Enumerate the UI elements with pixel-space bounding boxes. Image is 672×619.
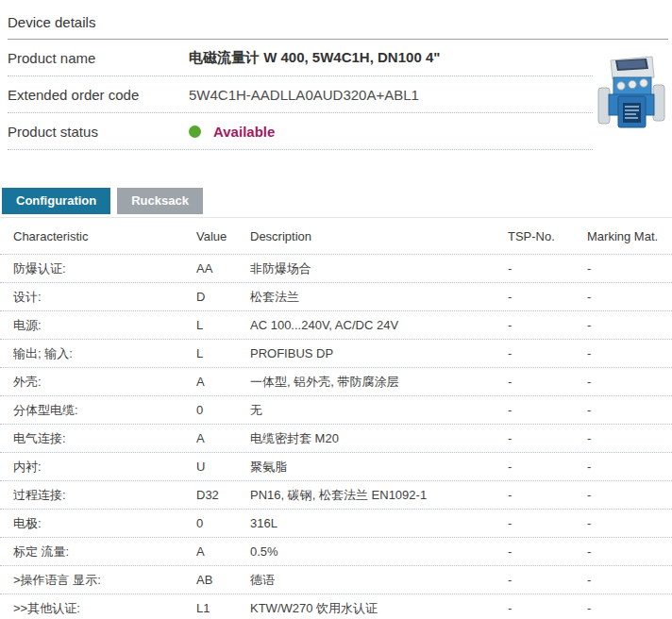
extended-order-code-value: 5W4C1H-AADLLA0AUD320A+ABL1 [189, 87, 419, 103]
cell-characteristic: 电极: [13, 515, 196, 532]
cell-characteristic: 防爆认证: [13, 260, 196, 277]
cell-description: 电缆密封套 M20 [250, 430, 508, 447]
cell-marking-mat: - [587, 403, 672, 417]
product-name-label: Product name [8, 50, 189, 66]
cell-characteristic: 外壳: [13, 374, 196, 391]
header-characteristic: Characteristic [13, 229, 196, 243]
cell-value: A [196, 544, 250, 559]
section-title: Device details [8, 13, 668, 32]
cell-tsp-no: - [508, 601, 587, 615]
cell-description: 一体型, 铝外壳, 带防腐涂层 [250, 374, 508, 391]
cell-tsp-no: - [508, 318, 587, 332]
cell-tsp-no: - [508, 516, 587, 530]
cell-characteristic: 电源: [13, 317, 196, 334]
cell-marking-mat: - [587, 460, 672, 474]
header-value: Value [196, 229, 250, 243]
header-tsp-no: TSP-No. [508, 229, 587, 243]
cell-tsp-no: - [508, 431, 587, 445]
product-status-value: Available [189, 124, 275, 140]
cell-marking-mat: - [587, 290, 672, 304]
extended-order-code-label: Extended order code [8, 87, 189, 103]
cell-description: 316L [250, 516, 508, 530]
cell-characteristic: >操作语言 显示: [13, 572, 196, 589]
cell-value: D32 [196, 488, 250, 502]
cell-characteristic: 设计: [13, 289, 196, 306]
cell-characteristic: 电气连接: [13, 430, 196, 447]
cell-value: AA [196, 261, 250, 276]
status-text: Available [213, 124, 275, 140]
table-row: 电气连接: A 电缆密封套 M20 - - [0, 425, 672, 453]
configuration-table: Characteristic Value Description TSP-No.… [0, 217, 672, 619]
cell-tsp-no: - [508, 488, 587, 502]
cell-tsp-no: - [508, 346, 587, 360]
cell-tsp-no: - [508, 544, 587, 559]
cell-value: AB [196, 573, 250, 587]
cell-description: 非防爆场合 [250, 260, 508, 277]
cell-tsp-no: - [508, 573, 587, 587]
cell-characteristic: 内衬: [13, 459, 196, 476]
header-description: Description [250, 229, 508, 243]
table-row: 标定 流量: A 0.5% - - [0, 538, 672, 566]
cell-value: L1 [196, 601, 250, 615]
table-row: 设计: D 松套法兰 - - [0, 283, 672, 311]
cell-tsp-no: - [508, 375, 587, 389]
table-row: >操作语言 显示: AB 德语 - - [0, 566, 672, 594]
tab-rucksack[interactable]: Rucksack [117, 188, 203, 214]
cell-marking-mat: - [587, 346, 672, 360]
cell-marking-mat: - [587, 488, 672, 502]
cell-description: 无 [250, 402, 508, 419]
header-marking-mat: Marking Mat. [587, 229, 672, 243]
cell-marking-mat: - [587, 516, 672, 530]
product-name-value: 电磁流量计 W 400, 5W4C1H, DN100 4" [189, 49, 440, 67]
cell-characteristic: 输出; 输入: [13, 345, 196, 362]
cell-characteristic: >>其他认证: [13, 600, 196, 617]
extended-order-code-row: Extended order code 5W4C1H-AADLLA0AUD320… [8, 76, 593, 113]
cell-description: 松套法兰 [250, 289, 508, 306]
cell-description: PROFIBUS DP [250, 346, 508, 360]
table-row: 电源: L AC 100...240V, AC/DC 24V - - [0, 311, 672, 340]
table-row: >>其他认证: L1 KTW/W270 饮用水认证 - - [0, 594, 672, 619]
cell-characteristic: 标定 流量: [13, 544, 196, 560]
table-row: 过程连接: D32 PN16, 碳钢, 松套法兰 EN1092-1 - - [0, 481, 672, 510]
cell-description: 德语 [250, 572, 508, 589]
flowmeter-illustration [597, 51, 665, 128]
device-details-section: Device details Product name 电磁流量计 W 400,… [8, 13, 668, 150]
cell-value: L [196, 346, 250, 360]
cell-value: A [196, 431, 250, 445]
cell-marking-mat: - [587, 318, 672, 332]
product-status-row: Product status Available [8, 113, 593, 150]
cell-value: 0 [196, 516, 250, 530]
table-body: 防爆认证: AA 非防爆场合 - - 设计: D 松套法兰 - - 电源: L … [0, 255, 672, 619]
product-status-label: Product status [8, 124, 189, 140]
cell-value: A [196, 375, 250, 389]
tab-configuration[interactable]: Configuration [2, 188, 110, 214]
cell-description: AC 100...240V, AC/DC 24V [250, 318, 508, 332]
device-details-rows: Product name 电磁流量计 W 400, 5W4C1H, DN100 … [8, 40, 593, 150]
table-row: 内衬: U 聚氨脂 - - [0, 453, 672, 481]
device-details-page: Device details Product name 电磁流量计 W 400,… [0, 0, 672, 619]
status-available-icon [189, 125, 201, 138]
cell-tsp-no: - [508, 290, 587, 304]
cell-marking-mat: - [587, 544, 672, 559]
table-header-row: Characteristic Value Description TSP-No.… [0, 218, 672, 255]
cell-tsp-no: - [508, 403, 587, 417]
cell-description: 聚氨脂 [250, 459, 508, 476]
cell-marking-mat: - [587, 431, 672, 445]
table-row: 防爆认证: AA 非防爆场合 - - [0, 255, 672, 283]
cell-marking-mat: - [587, 375, 672, 389]
cell-characteristic: 分体型电缆: [13, 402, 196, 419]
cell-value: 0 [196, 403, 250, 417]
cell-marking-mat: - [587, 261, 672, 276]
table-row: 输出; 输入: L PROFIBUS DP - - [0, 340, 672, 368]
cell-tsp-no: - [508, 460, 587, 474]
tab-bar: Configuration Rucksack [2, 188, 672, 214]
table-row: 外壳: A 一体型, 铝外壳, 带防腐涂层 - - [0, 368, 672, 396]
cell-value: U [196, 460, 250, 474]
cell-marking-mat: - [587, 601, 672, 615]
product-name-row: Product name 电磁流量计 W 400, 5W4C1H, DN100 … [8, 40, 593, 76]
cell-value: D [196, 290, 250, 304]
cell-description: 0.5% [250, 544, 508, 559]
cell-characteristic: 过程连接: [13, 487, 196, 504]
table-row: 电极: 0 316L - - [0, 510, 672, 538]
cell-description: PN16, 碳钢, 松套法兰 EN1092-1 [250, 487, 508, 504]
